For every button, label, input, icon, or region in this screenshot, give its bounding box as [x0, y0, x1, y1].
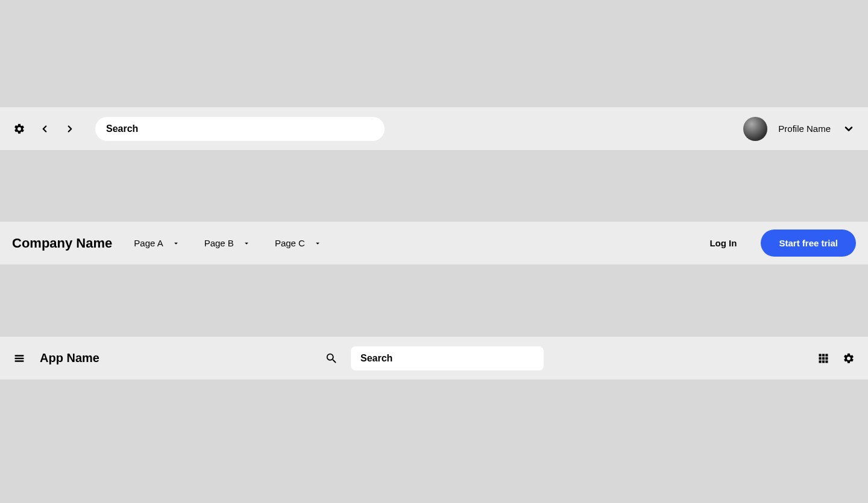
chevron-left-icon [39, 123, 50, 134]
search-field-wrapper [95, 117, 385, 141]
apps-button[interactable] [816, 351, 831, 366]
gear-icon [13, 123, 25, 135]
svg-rect-6 [819, 357, 822, 359]
back-button[interactable] [37, 122, 52, 136]
nav-page-b[interactable]: Page B [204, 238, 251, 248]
search-input[interactable] [106, 123, 374, 134]
svg-rect-8 [825, 357, 828, 359]
chevron-right-icon [64, 123, 75, 134]
nav-page-c[interactable]: Page C [275, 238, 322, 248]
settings-button[interactable] [841, 351, 856, 366]
svg-rect-1 [15, 357, 24, 359]
search-button[interactable] [324, 351, 339, 366]
gear-icon [843, 352, 855, 364]
search-field-wrapper [351, 346, 544, 370]
svg-rect-3 [819, 354, 822, 356]
navbar-company: Company Name Page A Page B Page C Log In… [0, 222, 868, 264]
navbar-profile: Profile Name [0, 107, 868, 150]
chevron-down-icon [172, 239, 180, 248]
svg-rect-10 [822, 360, 825, 363]
svg-rect-4 [822, 354, 825, 356]
search-input[interactable] [360, 353, 534, 364]
forward-button[interactable] [63, 122, 77, 136]
hamburger-icon [13, 352, 25, 364]
app-name: App Name [40, 351, 99, 365]
navbar-app: App Name [0, 337, 868, 380]
grid-icon [817, 352, 829, 364]
svg-rect-5 [825, 354, 828, 356]
profile-dropdown-button[interactable] [841, 122, 856, 136]
nav-page-label: Page B [204, 238, 234, 248]
start-free-trial-button[interactable]: Start free trial [761, 230, 856, 257]
svg-rect-11 [825, 360, 828, 363]
nav-page-label: Page A [134, 238, 163, 248]
chevron-down-icon [242, 239, 251, 248]
navbar1-right: Profile Name [743, 117, 856, 141]
nav-page-label: Page C [275, 238, 305, 248]
svg-rect-2 [15, 360, 24, 362]
navbar3-center [324, 346, 544, 370]
company-name: Company Name [12, 236, 112, 251]
chevron-down-icon [843, 123, 855, 135]
svg-rect-0 [15, 355, 24, 357]
navbar1-left [12, 117, 385, 141]
settings-button[interactable] [12, 122, 27, 136]
profile-name-label: Profile Name [778, 123, 831, 134]
search-icon [325, 352, 338, 365]
chevron-down-icon [313, 239, 322, 248]
avatar[interactable] [743, 117, 767, 141]
svg-rect-7 [822, 357, 825, 359]
navbar2-right: Log In Start free trial [709, 230, 856, 257]
nav-page-a[interactable]: Page A [134, 238, 180, 248]
nav-pages: Page A Page B Page C [134, 238, 322, 248]
svg-rect-9 [819, 360, 822, 363]
menu-button[interactable] [12, 351, 27, 366]
login-link[interactable]: Log In [709, 238, 737, 248]
navbar3-right [816, 351, 856, 366]
navbar3-left: App Name [12, 351, 99, 366]
